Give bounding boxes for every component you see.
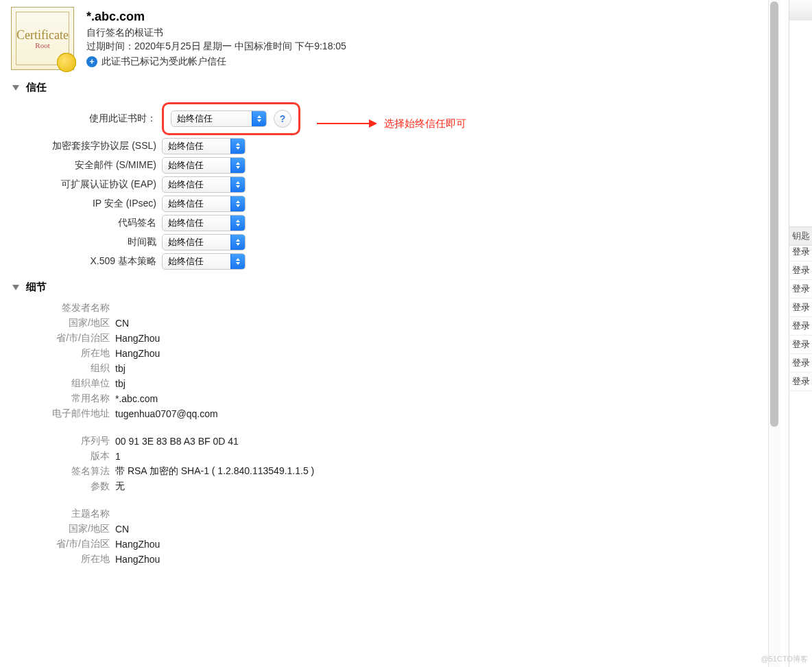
- trust-item-value: 始终信任: [168, 140, 204, 152]
- stepper-icon: [230, 158, 245, 173]
- trust-item-label: 加密套接字协议层 (SSL): [0, 140, 162, 152]
- certificate-title: *.abc.com: [86, 10, 346, 24]
- certificate-icon-root: Root: [35, 41, 49, 49]
- detail-value: CN: [115, 318, 129, 329]
- certificate-icon-title: Certificate: [16, 28, 69, 43]
- detail-label: 所在地: [0, 553, 115, 565]
- trust-item-value: 始终信任: [168, 198, 204, 210]
- detail-value: HangZhou: [115, 554, 160, 565]
- certificate-icon: Certificate Root: [11, 7, 74, 70]
- issuer-heading: 签发者名称: [0, 302, 115, 314]
- use-cert-select-value: 始终信任: [177, 113, 213, 125]
- certificate-header: Certificate Root *.abc.com 自行签名的根证书 过期时间…: [0, 0, 767, 75]
- detail-value: tbj: [115, 378, 126, 389]
- trust-item-select[interactable]: 始终信任: [162, 157, 246, 174]
- detail-label: 版本: [0, 450, 115, 463]
- trust-item-select[interactable]: 始终信任: [162, 138, 246, 154]
- trust-item-label: 可扩展认证协议 (EAP): [0, 178, 162, 191]
- detail-label: 常用名称: [0, 393, 115, 405]
- stepper-icon: [230, 235, 245, 250]
- trust-item-value: 始终信任: [168, 236, 204, 248]
- trust-item-value: 始终信任: [168, 159, 204, 172]
- details-section: 细节 签发者名称 国家/地区CN省/市/自治区HangZhou所在地HangZh…: [0, 279, 767, 571]
- trust-item-select[interactable]: 始终信任: [162, 196, 246, 212]
- trust-disclosure[interactable]: 信任: [0, 80, 767, 95]
- use-cert-select[interactable]: 始终信任: [171, 110, 267, 127]
- annotation-text: 选择始终信任即可: [384, 117, 466, 130]
- certificate-trusted-text: 此证书已标记为受此帐户信任: [102, 56, 226, 68]
- side-row[interactable]: 登录: [789, 336, 812, 354]
- certificate-expiry: 过期时间：2020年5月25日 星期一 中国标准时间 下午9:18:05: [86, 40, 346, 53]
- detail-label: 组织单位: [0, 377, 115, 390]
- scrollbar[interactable]: [768, 0, 780, 667]
- detail-value: 带 RSA 加密的 SHA-1 ( 1.2.840.113549.1.1.5 ): [115, 465, 314, 478]
- detail-label: 国家/地区: [0, 317, 115, 329]
- detail-value: HangZhou: [115, 348, 160, 359]
- side-row[interactable]: 登录: [789, 373, 812, 391]
- side-row[interactable]: 登录: [789, 261, 812, 280]
- detail-label: 序列号: [0, 435, 115, 447]
- side-window: 钥匙 登录登录登录登录登录登录登录登录: [789, 0, 812, 667]
- trust-item-value: 始终信任: [168, 255, 204, 268]
- side-row[interactable]: 登录: [789, 354, 812, 373]
- certificate-panel: Certificate Root *.abc.com 自行签名的根证书 过期时间…: [0, 0, 768, 667]
- stepper-icon: [230, 177, 245, 192]
- side-row[interactable]: 登录: [789, 280, 812, 299]
- side-row[interactable]: 登录: [789, 317, 812, 336]
- stepper-icon: [252, 111, 266, 126]
- trust-item-label: 代码签名: [0, 217, 162, 229]
- trust-item-select[interactable]: 始终信任: [162, 176, 246, 193]
- chevron-down-icon: [12, 85, 19, 91]
- stepper-icon: [230, 254, 245, 269]
- annotation: 选择始终信任即可: [315, 117, 466, 130]
- certificate-subtitle: 自行签名的根证书: [86, 27, 346, 39]
- details-heading: 细节: [26, 281, 47, 294]
- trust-item-label: IP 安全 (IPsec): [0, 198, 162, 210]
- plus-badge-icon: +: [86, 56, 97, 67]
- detail-value: tbj: [115, 363, 126, 374]
- detail-value: CN: [115, 524, 129, 535]
- detail-label: 组织: [0, 362, 115, 375]
- stepper-icon: [230, 196, 245, 211]
- detail-label: 所在地: [0, 347, 115, 360]
- trust-item-label: 时间戳: [0, 236, 162, 248]
- detail-label: 签名算法: [0, 465, 115, 478]
- use-cert-label: 使用此证书时：: [0, 113, 162, 125]
- stepper-icon: [230, 215, 245, 231]
- detail-value: *.abc.com: [115, 393, 158, 404]
- scroll-thumb[interactable]: [770, 1, 778, 427]
- detail-value: HangZhou: [115, 539, 160, 550]
- trust-item-select[interactable]: 始终信任: [162, 253, 246, 270]
- detail-label: 参数: [0, 480, 115, 493]
- trust-item-label: 安全邮件 (S/MIME): [0, 159, 162, 172]
- watermark: @51CTO博客: [761, 654, 808, 664]
- arrow-right-icon: [315, 117, 377, 130]
- detail-label: 国家/地区: [0, 523, 115, 535]
- trust-item-select[interactable]: 始终信任: [162, 215, 246, 231]
- seal-icon: [57, 53, 76, 72]
- trust-item-value: 始终信任: [168, 178, 204, 191]
- side-tab[interactable]: [789, 0, 812, 21]
- chevron-down-icon: [12, 285, 19, 290]
- detail-label: 省/市/自治区: [0, 538, 115, 550]
- detail-value: tugenhua0707@qq.com: [115, 408, 218, 419]
- trust-item-value: 始终信任: [168, 217, 204, 229]
- detail-label: 省/市/自治区: [0, 332, 115, 344]
- side-row[interactable]: 登录: [789, 299, 812, 317]
- side-row[interactable]: 登录: [789, 243, 812, 261]
- detail-label: 电子邮件地址: [0, 408, 115, 420]
- use-cert-highlight: 始终信任 ?: [162, 102, 300, 135]
- trust-item-label: X.509 基本策略: [0, 255, 162, 268]
- detail-value: 1: [115, 451, 121, 462]
- stepper-icon: [230, 139, 245, 154]
- detail-value: HangZhou: [115, 333, 160, 344]
- detail-value: 无: [115, 480, 125, 493]
- detail-value: 00 91 3E 83 B8 A3 BF 0D 41: [115, 436, 239, 447]
- subject-heading: 主题名称: [0, 508, 115, 520]
- trust-section: 信任 使用此证书时： 始终信任 ? 加密套接字协议层 (SSL)始终信任安全邮件…: [0, 80, 767, 275]
- details-disclosure[interactable]: 细节: [0, 279, 767, 295]
- svg-marker-1: [369, 119, 377, 128]
- help-button[interactable]: ?: [274, 110, 291, 128]
- trust-item-select[interactable]: 始终信任: [162, 234, 246, 250]
- trust-heading: 信任: [26, 81, 47, 94]
